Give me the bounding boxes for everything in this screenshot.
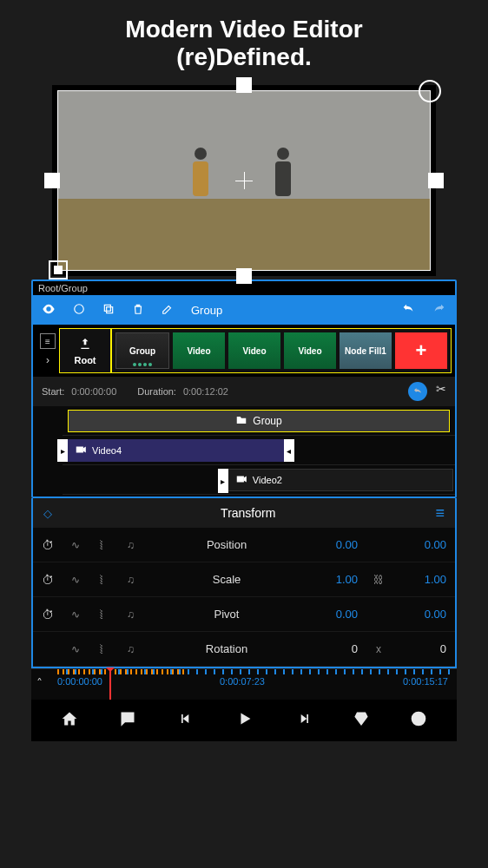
chevron-right-icon[interactable]: ›	[46, 354, 49, 366]
transform-row-scale: ⏱ ∿ ⦚ ♫ Scale 1.00 ⛓ 1.00	[33, 562, 455, 597]
transform-row-position: ⏱ ∿ ⦚ ♫ Position 0.00 0.00	[33, 528, 455, 562]
visibility-icon[interactable]	[42, 302, 56, 319]
ruler-accent	[57, 669, 188, 674]
transform-row-pivot: ⏱ ∿ ⦚ ♫ Pivot 0.00 0.00	[33, 597, 455, 632]
duration-value[interactable]: 0:00:12:02	[183, 386, 228, 397]
transform-title: Transform	[61, 506, 435, 520]
play-icon[interactable]	[235, 709, 254, 733]
svg-point-0	[75, 305, 84, 314]
clip-video-3[interactable]: Video	[284, 332, 336, 369]
resize-handle-left[interactable]	[44, 173, 60, 188]
clip-node-fill[interactable]: Node Fill1	[340, 332, 392, 369]
upload-icon	[78, 337, 92, 353]
scissors-icon[interactable]: ✂	[436, 382, 446, 401]
clip-trim-left[interactable]: ▸	[57, 439, 68, 462]
transform-header: ◇ Transform ≡	[33, 498, 455, 528]
start-label: Start:	[42, 386, 64, 397]
wiggle-icon[interactable]: ⦚	[99, 608, 115, 621]
transform-label: Scale	[155, 573, 299, 586]
help-icon[interactable]	[410, 710, 427, 732]
transform-label: Rotation	[155, 642, 299, 655]
folder-icon	[235, 414, 247, 429]
transform-label: Pivot	[155, 608, 299, 621]
music-icon[interactable]: ♫	[127, 643, 142, 655]
resize-handle-bottom[interactable]	[236, 268, 252, 284]
preview-canvas[interactable]	[52, 85, 436, 276]
start-value[interactable]: 0:00:00:00	[71, 386, 116, 397]
transform-label: Position	[155, 538, 299, 551]
graph-icon[interactable]: ∿	[71, 608, 87, 621]
promo-line1: Modern Video Editor	[0, 16, 488, 43]
stopwatch-icon[interactable]: ⏱	[42, 608, 59, 621]
clip-trim-left[interactable]: ▸	[218, 469, 228, 493]
transform-row-rotation: ⏱ ∿ ⦚ ♫ Rotation 0 x 0	[33, 632, 455, 667]
bottom-nav	[31, 700, 457, 741]
svg-rect-2	[104, 305, 110, 311]
svg-rect-4	[237, 477, 244, 483]
bounding-box-icon[interactable]: ◇	[43, 507, 61, 520]
clips-strip: Group Video Video Video Node Fill1 +	[111, 328, 452, 373]
home-icon[interactable]	[61, 710, 78, 732]
scale-x-value[interactable]: 1.00	[311, 573, 358, 586]
ruler-time-3: 0:00:15:17	[403, 676, 448, 687]
undo-icon[interactable]	[401, 302, 415, 319]
music-icon[interactable]: ♫	[127, 608, 142, 621]
clip-video-2[interactable]: Video	[228, 332, 280, 369]
ruler-time-1: 0:00:00:00	[57, 676, 102, 687]
hamburger-icon[interactable]: ≡	[435, 504, 445, 523]
fullscreen-icon[interactable]	[49, 260, 68, 279]
graph-icon[interactable]: ∿	[71, 643, 87, 655]
step-back-icon[interactable]	[177, 710, 195, 732]
add-clip-button[interactable]: +	[395, 332, 447, 369]
position-y-value[interactable]: 0.00	[399, 538, 446, 551]
svg-rect-3	[76, 447, 83, 453]
copy-icon[interactable]	[102, 303, 115, 318]
rotation-deg-value[interactable]: 0	[399, 642, 446, 655]
track-video4-clip[interactable]: ▸ Video4 ◂	[68, 439, 284, 462]
promo-line2: (re)Defined.	[0, 43, 488, 71]
preview-figure-1	[177, 148, 225, 226]
music-icon[interactable]: ♫	[127, 539, 142, 551]
clip-video-1[interactable]: Video	[173, 332, 225, 369]
resize-handle-right[interactable]	[428, 173, 444, 188]
trash-icon[interactable]	[132, 303, 144, 318]
wiggle-icon[interactable]: ⦚	[99, 539, 115, 551]
position-x-value[interactable]: 0.00	[311, 538, 358, 551]
pivot-y-value[interactable]: 0.00	[399, 608, 446, 621]
track-video2-clip[interactable]: ▸ Video2	[228, 469, 453, 491]
comment-icon[interactable]	[119, 710, 136, 732]
revert-icon[interactable]	[408, 382, 427, 401]
duration-label: Duration:	[137, 386, 176, 397]
diamond-icon[interactable]	[353, 711, 369, 731]
rotation-turns-value[interactable]: 0	[311, 642, 358, 655]
rotation-sep: x	[370, 643, 387, 655]
step-forward-icon[interactable]	[295, 710, 313, 732]
stopwatch-icon[interactable]: ⏱	[42, 538, 59, 552]
track-group-clip[interactable]: Group	[68, 410, 450, 432]
redo-icon[interactable]	[432, 302, 446, 319]
svg-rect-1	[107, 307, 113, 313]
edit-icon[interactable]	[162, 303, 174, 318]
graph-icon[interactable]: ∿	[71, 539, 87, 551]
preview-figure-2	[259, 148, 307, 226]
pivot-x-value[interactable]: 0.00	[311, 608, 358, 621]
root-tile[interactable]: Root	[59, 328, 111, 373]
music-icon[interactable]: ♫	[127, 574, 142, 586]
wiggle-icon[interactable]: ⦚	[99, 574, 115, 586]
timing-bar: Start: 0:00:00:00 Duration: 0:00:12:02 ✂	[33, 377, 455, 406]
rail-menu-icon[interactable]: ≡	[40, 333, 56, 349]
resize-handle-top[interactable]	[236, 77, 252, 93]
toolbar: Group	[33, 295, 455, 325]
clip-trim-right[interactable]: ◂	[284, 439, 294, 462]
wiggle-icon[interactable]: ⦚	[99, 643, 115, 655]
clip-group[interactable]: Group	[115, 332, 169, 369]
graph-icon[interactable]: ∿	[71, 574, 87, 586]
stopwatch-icon[interactable]: ⏱	[42, 573, 59, 587]
toolbar-group-label: Group	[191, 304, 222, 317]
timeline-tracks[interactable]: Group ▸ Video4 ◂ ▸ Video2	[33, 406, 455, 496]
scale-y-value[interactable]: 1.00	[399, 573, 446, 586]
root-label: Root	[74, 355, 96, 365]
time-ruler[interactable]: ˄ 0:00:00:00 0:00:07:23 0:00:15:17	[31, 668, 457, 700]
link-icon[interactable]: ⛓	[370, 574, 387, 586]
circle-icon[interactable]	[73, 303, 85, 318]
